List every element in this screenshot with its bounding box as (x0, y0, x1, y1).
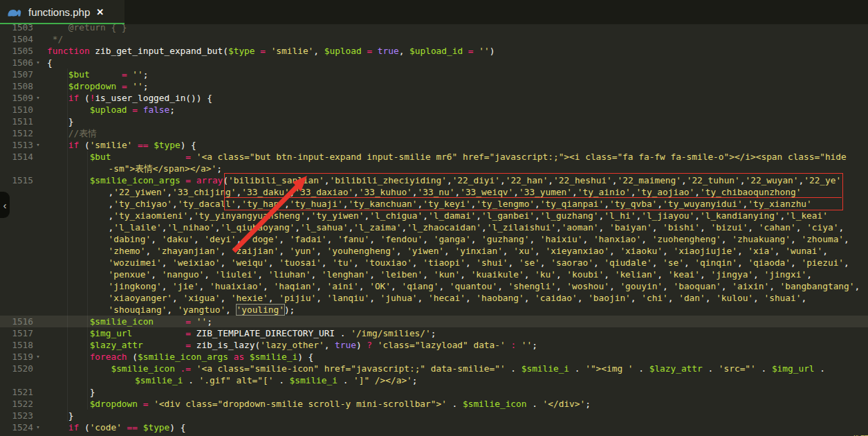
fold-spacer (33, 316, 43, 327)
code-text: { (43, 57, 53, 69)
line-number (0, 257, 33, 269)
code-line: 1515$smilie_icon_args = array('bilibili_… (0, 174, 868, 186)
line-number: 1524 (0, 421, 33, 433)
code-line: $smilie_i . '.gif" alt="[' . $smilie_i .… (0, 374, 868, 386)
code-text: $but = '<a class="but btn-input-expand i… (43, 151, 847, 163)
code-text: ,'ty_chiyao','ty_dacall','ty_han','ty_hu… (43, 198, 812, 210)
code-text: //表情 (43, 127, 97, 139)
indent-guide (87, 151, 88, 410)
code-text: 'wozuimei', 'weixiao', 'weiqu', 'tuosai'… (43, 257, 849, 269)
code-line: 1516$smilie_icon = ''; (0, 316, 868, 327)
code-line: 1519▾foreach ($smilie_icon_args as $smil… (0, 351, 868, 363)
line-number (0, 280, 33, 292)
fold-arrow-icon[interactable]: ▾ (33, 92, 43, 104)
code-line: 1512//表情 (0, 127, 868, 139)
fold-spacer (33, 374, 43, 386)
code-text: 'zhemo', 'zhayanjian', 'zaijian', 'yun',… (43, 245, 828, 257)
line-number: 1525 (0, 433, 33, 436)
fold-arrow-icon[interactable]: ▾ (33, 351, 43, 363)
code-line: 1520$smilie_icon .= '<a class="smilie-ic… (0, 363, 868, 374)
code-text: 'xiaoyanger', 'xigua', 'hexie', 'pijiu',… (43, 292, 806, 304)
code-line: 1505function zib_get_input_expand_but($t… (0, 45, 868, 57)
code-text: } (43, 116, 74, 127)
code-text: if (!is_user_logged_in()) { (43, 92, 212, 104)
code-line: 1508$dropdown = ''; (0, 80, 868, 92)
indent-guide (67, 69, 68, 421)
code-text: 'shouqiang', 'yangtuo', 'youling'); (43, 304, 295, 316)
code-line: 1521} (0, 386, 868, 398)
active-tab-underline (0, 23, 124, 24)
line-number: 1514 (0, 151, 33, 163)
line-number (0, 245, 33, 257)
line-number: 1517 (0, 327, 33, 339)
line-number (0, 374, 33, 386)
fold-spacer (33, 221, 43, 233)
fold-spacer (33, 116, 43, 127)
tab-strip: functions.php ✕ (0, 0, 868, 24)
fold-spacer (33, 163, 43, 174)
fold-spacer (33, 69, 43, 80)
code-text: $img_url = ZIB_TEMPLATE_DIRECTORY_URI . … (43, 327, 436, 339)
fold-arrow-icon[interactable]: ▾ (33, 139, 43, 151)
code-line: 1524▾if ('code' == $type) { (0, 421, 868, 433)
fold-spacer (33, 433, 43, 436)
fold-spacer (33, 80, 43, 92)
code-text: $upload = false; (43, 104, 175, 116)
line-number (0, 163, 33, 174)
fold-spacer (33, 174, 43, 186)
tab-title: functions.php (28, 6, 90, 18)
fold-arrow-icon[interactable]: ▾ (33, 421, 43, 433)
fold-spacer (33, 127, 43, 139)
code-text: $but = '<a class="but btn-input-expand i… (43, 433, 868, 436)
code-text: $smilie_icon .= '<a class="smilie-icon" … (43, 363, 825, 374)
php-elephant-icon (7, 7, 22, 18)
fold-spacer (33, 45, 43, 57)
line-number: 1520 (0, 363, 33, 374)
code-line: ,'ty_chiyao','ty_dacall','ty_han','ty_hu… (0, 198, 868, 210)
line-number: 1512 (0, 127, 33, 139)
code-line: 1522$dropdown = '<div class="dropdown-sm… (0, 398, 868, 410)
code-line: ,'22_yiwen','33_chijing','33_daku','33_d… (0, 186, 868, 198)
line-number: 1516 (0, 316, 33, 327)
code-line: 1504*/ (0, 33, 868, 45)
line-number: 1504 (0, 33, 33, 45)
code-line: 1506▾{ (0, 57, 868, 69)
code-line: ,'ty_xiaomieni','ty_yinyangyuansheng','t… (0, 210, 868, 221)
code-line: 1507$but = ''; (0, 69, 868, 80)
line-number: 1513 (0, 139, 33, 151)
code-editor[interactable]: 1503@return { }1504*/1505function zib_ge… (0, 21, 868, 436)
line-number: 1509 (0, 92, 33, 104)
fold-spacer (33, 363, 43, 374)
fold-spacer (33, 245, 43, 257)
code-text: $lazy_attr = zib_is_lazy('lazy_other', t… (43, 339, 537, 351)
fold-spacer (33, 269, 43, 280)
panel-toggle-handle[interactable]: ‹ (0, 192, 10, 218)
code-text: $dropdown = '<div class="dropdown-smilie… (43, 398, 591, 410)
line-number (0, 233, 33, 245)
fold-spacer (33, 151, 43, 163)
code-line: 'jingkong', 'jie', 'huaixiao', 'haqian',… (0, 280, 868, 292)
fold-spacer (33, 280, 43, 292)
code-line: 'zhemo', 'zhayanjian', 'zaijian', 'yun',… (0, 245, 868, 257)
code-text: $smilie_icon = ''; (43, 316, 212, 327)
code-text: if ('code' == $type) { (43, 421, 185, 433)
tab-functions-php[interactable]: functions.php ✕ (0, 0, 124, 24)
code-text: foreach ($smilie_icon_args as $smilie_i)… (43, 351, 313, 363)
line-number: 1515 (0, 174, 33, 186)
line-number: 1508 (0, 80, 33, 92)
code-text: ,'l_laile','l_nihao','l_qiubaoyang','l_s… (43, 221, 844, 233)
code-text: $smilie_icon_args = array('bilibili_sanl… (43, 174, 841, 186)
fold-spacer (33, 210, 43, 221)
fold-spacer (33, 292, 43, 304)
tab-close-icon[interactable]: ✕ (96, 7, 104, 17)
line-number: 1511 (0, 116, 33, 127)
code-line: 1514$but = '<a class="but btn-input-expa… (0, 151, 868, 163)
fold-arrow-icon[interactable]: ▾ (33, 57, 43, 69)
line-number: 1523 (0, 410, 33, 421)
fold-spacer (33, 398, 43, 410)
fold-spacer (33, 339, 43, 351)
line-number: 1505 (0, 45, 33, 57)
line-number (0, 221, 33, 233)
code-text: 'jingkong', 'jie', 'huaixiao', 'haqian',… (43, 280, 860, 292)
fold-spacer (33, 186, 43, 198)
